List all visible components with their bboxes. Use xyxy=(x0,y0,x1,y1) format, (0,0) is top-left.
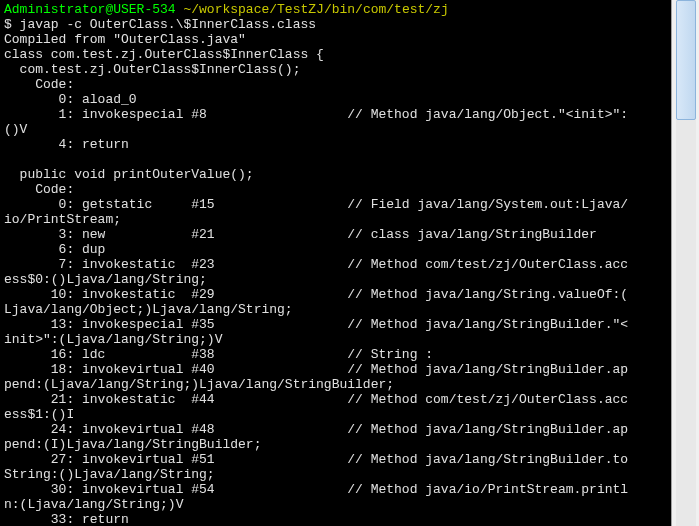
output-line: 1: invokespecial #8 // Method java/lang/… xyxy=(4,107,628,122)
output-line: class com.test.zj.OuterClass$InnerClass … xyxy=(4,47,324,62)
output-line: 16: ldc #38 // String : xyxy=(4,347,433,362)
output-line: 27: invokevirtual #51 // Method java/lan… xyxy=(4,452,628,467)
output-line: Ljava/lang/Object;)Ljava/lang/String; xyxy=(4,302,293,317)
output-line: 7: invokestatic #23 // Method com/test/z… xyxy=(4,257,628,272)
output-line: 10: invokestatic #29 // Method java/lang… xyxy=(4,287,628,302)
output-line: ess$0:()Ljava/lang/String; xyxy=(4,272,207,287)
prompt-user: Administrator@USER-534 xyxy=(4,2,176,17)
output-line: 21: invokestatic #44 // Method com/test/… xyxy=(4,392,628,407)
output-line: 6: dup xyxy=(4,242,105,257)
command-line: $ javap -c OuterClass.\$InnerClass.class xyxy=(4,17,316,32)
output-line: Code: xyxy=(4,77,74,92)
output-line: pend:(I)Ljava/lang/StringBuilder; xyxy=(4,437,261,452)
scrollbar-thumb[interactable] xyxy=(676,0,696,120)
terminal-output[interactable]: Administrator@USER-534 ~/workspace/TestZ… xyxy=(0,0,671,526)
output-line: 30: invokevirtual #54 // Method java/io/… xyxy=(4,482,628,497)
output-line: io/PrintStream; xyxy=(4,212,121,227)
output-line: 0: aload_0 xyxy=(4,92,137,107)
prompt-path: ~/workspace/TestZJ/bin/com/test/zj xyxy=(183,2,448,17)
output-line: Compiled from "OuterClass.java" xyxy=(4,32,246,47)
output-line: 0: getstatic #15 // Field java/lang/Syst… xyxy=(4,197,628,212)
output-line: 13: invokespecial #35 // Method java/lan… xyxy=(4,317,628,332)
output-line: com.test.zj.OuterClass$InnerClass(); xyxy=(4,62,300,77)
output-line: 33: return xyxy=(4,512,129,526)
output-line: 18: invokevirtual #40 // Method java/lan… xyxy=(4,362,628,377)
output-line: Code: xyxy=(4,182,74,197)
output-line: init>":(Ljava/lang/String;)V xyxy=(4,332,222,347)
output-line: pend:(Ljava/lang/String;)Ljava/lang/Stri… xyxy=(4,377,394,392)
output-line: ess$1:()I xyxy=(4,407,74,422)
vertical-scrollbar[interactable] xyxy=(671,0,699,526)
output-line: n:(Ljava/lang/String;)V xyxy=(4,497,183,512)
output-line: String:()Ljava/lang/String; xyxy=(4,467,215,482)
output-line: public void printOuterValue(); xyxy=(4,167,254,182)
output-line: 24: invokevirtual #48 // Method java/lan… xyxy=(4,422,628,437)
output-line: ()V xyxy=(4,122,27,137)
output-line: 4: return xyxy=(4,137,129,152)
output-line: 3: new #21 // class java/lang/StringBuil… xyxy=(4,227,597,242)
